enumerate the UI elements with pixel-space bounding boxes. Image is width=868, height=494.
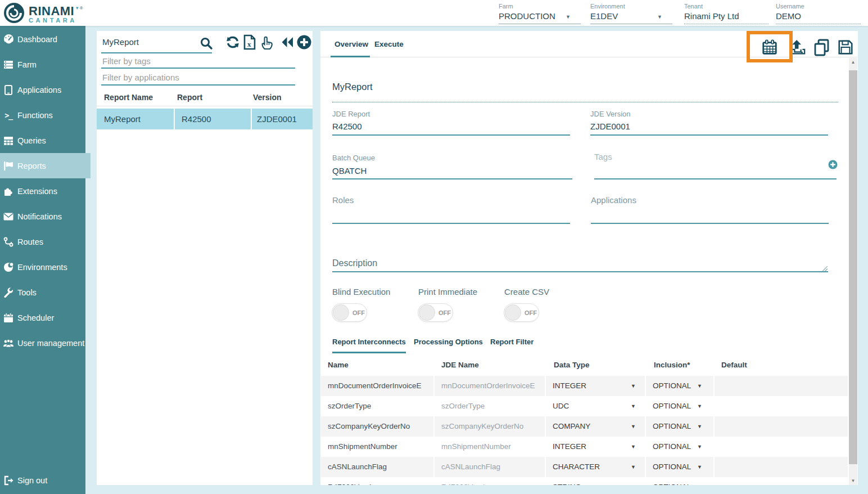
sidebar-item-applications[interactable]: Applications (0, 77, 85, 102)
batch-queue-label: Batch Queue (332, 154, 375, 162)
chevron-down-icon: ▼ (697, 477, 702, 485)
chevron-down-icon: ▼ (657, 14, 662, 20)
jde-version-input[interactable]: ZJDE0001 (590, 122, 630, 131)
subtab-report-interconnects[interactable]: Report Interconnects (332, 333, 406, 352)
sidebar-item-routes[interactable]: Routes (0, 229, 85, 254)
inclusion-select[interactable]: OPTIONAL▼ (646, 457, 715, 477)
farm-select[interactable]: Farm PRODUCTION▼ (499, 3, 581, 24)
description-textarea[interactable]: Description (332, 258, 377, 268)
roles-label: Roles (332, 195, 354, 205)
chevron-down-icon: ▼ (697, 416, 702, 437)
top-header: RINAMI▼® CANTARA Farm PRODUCTION▼ Enviro… (0, 0, 868, 26)
export-excel-button[interactable]: x (241, 34, 258, 51)
sidebar-item-user-management[interactable]: User management (0, 330, 85, 356)
data-type-select[interactable]: INTEGER▼ (546, 437, 646, 457)
scroll-down-icon[interactable]: ▼ (849, 478, 857, 483)
inclusion-select[interactable]: OPTIONAL▼ (646, 416, 715, 437)
sign-out-button[interactable]: Sign out (0, 468, 85, 493)
chevron-down-icon: ▼ (566, 14, 571, 20)
username-field: Username DEMO (776, 3, 861, 24)
sidebar-item-queries[interactable]: Queries (0, 128, 85, 153)
chevron-down-icon: ▼ (631, 416, 636, 437)
data-type-select[interactable]: CHARACTER▼ (546, 457, 646, 477)
upload-button[interactable] (789, 39, 806, 56)
add-report-button[interactable] (296, 34, 313, 51)
routes-icon (3, 236, 14, 248)
default-input[interactable] (715, 457, 848, 477)
interconnect-row: R47002Version R47002Version STRING▼ OPTI… (321, 477, 848, 485)
jde-report-input[interactable]: R42500 (332, 122, 362, 131)
sidebar-item-scheduler[interactable]: Scheduler (0, 305, 85, 330)
sidebar-item-notifications[interactable]: Notifications (0, 204, 85, 229)
farm-icon (3, 59, 14, 70)
scrollbar[interactable]: ▲ ▼ (849, 58, 857, 485)
reports-icon (3, 160, 14, 172)
sidebar-item-farm[interactable]: Farm (0, 52, 85, 77)
select-button[interactable] (259, 34, 275, 51)
scrollbar-thumb[interactable] (849, 70, 857, 464)
inclusion-select[interactable]: OPTIONAL▼ (646, 376, 715, 396)
chevron-down-icon: ▼ (697, 437, 702, 457)
jde-version-label: JDE Version (590, 110, 631, 118)
search-icon[interactable] (199, 36, 214, 51)
ic-col-data-type: Data Type (554, 361, 590, 369)
subtab-processing-options[interactable]: Processing Options (414, 333, 483, 352)
user-management-icon (3, 338, 14, 349)
interconnect-row: mnShipmentNumber mnShipmentNumber INTEGE… (321, 437, 848, 457)
report-name-input[interactable]: MyReport (332, 82, 373, 92)
default-input[interactable] (715, 437, 848, 457)
sidebar-item-environments[interactable]: Environments (0, 254, 85, 280)
interconnect-row: szCompanyKeyOrderNo szCompanyKeyOrderNo … (321, 416, 848, 437)
create-csv-toggle[interactable]: OFF (504, 303, 539, 322)
applications-icon (3, 84, 14, 96)
default-input[interactable] (715, 477, 848, 485)
tab-execute[interactable]: Execute (374, 31, 404, 57)
report-list-row[interactable]: MyReport R42500 ZJDE0001 (97, 109, 313, 129)
chevron-down-icon: ▼ (631, 396, 636, 416)
inclusion-select[interactable]: OPTIONAL▼ (646, 477, 715, 485)
sidebar-item-tools[interactable]: Tools (0, 280, 85, 305)
data-type-select[interactable]: UDC▼ (546, 396, 646, 416)
sign-out-icon (3, 475, 14, 486)
sidebar-item-dashboard[interactable]: Dashboard (0, 26, 85, 52)
blind-execution-toggle[interactable]: OFF (332, 303, 367, 322)
add-tag-button[interactable] (828, 160, 838, 169)
sidebar-item-extensions[interactable]: Extensions (0, 178, 85, 204)
tags-input[interactable]: Tags (594, 152, 612, 161)
schedule-button[interactable] (761, 39, 778, 56)
print-immediate-label: Print Immediate (418, 287, 477, 297)
print-immediate-toggle[interactable]: OFF (418, 303, 453, 322)
sidebar-item-reports[interactable]: Reports (0, 153, 91, 178)
tab-overview[interactable]: Overview (334, 31, 368, 57)
inclusion-select[interactable]: OPTIONAL▼ (646, 396, 715, 416)
data-type-select[interactable]: INTEGER▼ (546, 376, 646, 396)
environment-select[interactable]: Environment E1DEV▼ (590, 3, 672, 24)
default-input[interactable] (715, 416, 848, 437)
filter-tags-input[interactable]: Filter by tags (102, 56, 151, 66)
interconnect-row: mnDocumentOrderInvoiceE mnDocumentOrderI… (321, 376, 848, 396)
copy-button[interactable] (813, 39, 830, 56)
refresh-button[interactable] (224, 34, 241, 51)
batch-queue-input[interactable]: QBATCH (332, 166, 367, 176)
report-detail-panel: Overview Execute MyReport JDE Report R42… (320, 31, 858, 485)
scroll-up-icon[interactable]: ▲ (849, 60, 857, 65)
inclusion-select[interactable]: OPTIONAL▼ (646, 437, 715, 457)
environments-icon (3, 262, 14, 273)
brand-logo-icon (3, 2, 25, 24)
column-header-report: Report (177, 93, 202, 102)
functions-icon: >_ (3, 110, 14, 121)
rewind-button[interactable] (279, 34, 296, 51)
report-search-input[interactable]: MyReport (102, 37, 139, 47)
filter-applications-input[interactable]: Filter by applications (102, 73, 179, 82)
blind-execution-label: Blind Execution (332, 287, 390, 297)
save-button[interactable] (837, 39, 854, 56)
data-type-select[interactable]: COMPANY▼ (546, 416, 646, 437)
default-input[interactable] (715, 396, 848, 416)
scheduler-icon (3, 312, 14, 324)
default-input[interactable] (715, 376, 848, 396)
subtab-report-filter[interactable]: Report Filter (490, 333, 534, 352)
resize-handle-icon[interactable] (822, 266, 828, 271)
ic-col-default: Default (721, 361, 747, 369)
data-type-select[interactable]: STRING▼ (546, 477, 646, 485)
sidebar-item-functions[interactable]: >_ Functions (0, 102, 85, 128)
